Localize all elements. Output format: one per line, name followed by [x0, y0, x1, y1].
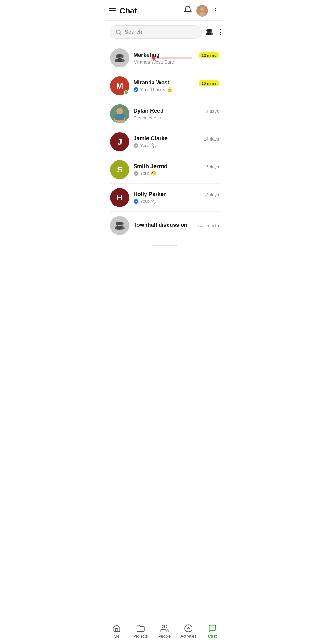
check-icon [134, 171, 139, 176]
svg-point-31 [117, 226, 122, 230]
chat-preview: You: Thanks 👍 [134, 87, 219, 92]
nav-label-people: People [158, 634, 171, 638]
chat-item[interactable]: S Smith Jerrod 15 days You: 😁 [105, 156, 224, 183]
nav-item-activities[interactable]: Activities [179, 624, 198, 638]
chat-preview: You: 📎 [134, 143, 219, 148]
nav-item-me[interactable]: Me [107, 624, 126, 638]
chat-content: Townhall discussion Last month [134, 222, 219, 229]
search-bar-container: ⋮ [105, 21, 224, 42]
chat-preview: Please check [134, 115, 219, 120]
chat-content: Miranda West 15 mins You: Thanks 👍 [134, 79, 219, 92]
chat-item[interactable]: Dylan Reed 14 days Please check [105, 100, 224, 128]
chat-preview: You: 📎 [134, 199, 219, 204]
home-icon [112, 624, 121, 633]
avatar: S [110, 160, 129, 179]
nav-label-activities: Activities [180, 634, 196, 638]
svg-point-32 [162, 625, 165, 628]
avatar-letter: H [117, 193, 123, 202]
avatar [110, 216, 129, 235]
chat-content: Smith Jerrod 15 days You: 😁 [134, 163, 219, 176]
chat-item[interactable]: Marketing 12 mins Miranda West: Sure [105, 44, 224, 72]
svg-point-3 [116, 30, 120, 34]
chat-preview: You: 😁 [134, 171, 219, 176]
chat-name: Miranda West [134, 79, 169, 86]
chat-content: Dylan Reed 14 days Please check [134, 108, 219, 120]
chat-name: Smith Jerrod [134, 163, 168, 170]
avatar: M [110, 76, 129, 95]
activities-icon [184, 624, 193, 633]
chat-name: Holly Parker [134, 191, 166, 198]
nav-label-chat: Chat [208, 634, 217, 638]
svg-point-12 [118, 54, 122, 58]
header-left: Chat [109, 6, 137, 16]
nav-item-chat[interactable]: Chat [203, 624, 222, 638]
folder-icon [136, 624, 145, 633]
avatar-letter: M [116, 81, 123, 91]
notifications-button[interactable] [184, 6, 192, 16]
people-icon [160, 624, 169, 633]
chat-time: 12 mins [199, 52, 219, 58]
read-check-icon [134, 87, 139, 92]
chat-name: Jamie Clarke [134, 135, 168, 142]
header-right: ⋮ [184, 5, 219, 17]
read-check-icon [134, 199, 139, 204]
search-more-button[interactable]: ⋮ [217, 28, 224, 36]
nav-label-projects: Projects [134, 634, 148, 638]
avatar [110, 104, 129, 123]
avatar: J [110, 132, 129, 151]
nav-label-me: Me [114, 634, 119, 638]
online-indicator [124, 90, 128, 94]
app-header: Chat ⋮ [105, 0, 224, 21]
svg-point-1 [200, 7, 204, 11]
chat-time: 18 days [204, 192, 219, 197]
chat-name: Dylan Reed [134, 108, 164, 114]
chat-time: 15 days [204, 164, 219, 169]
chat-name: Townhall discussion [134, 222, 188, 228]
bottom-navigation: Me Projects People Activities Chat [105, 621, 224, 644]
page-title: Chat [119, 6, 137, 16]
nav-item-people[interactable]: People [155, 624, 174, 638]
chat-preview: Miranda West: Sure [134, 59, 219, 64]
avatar [110, 48, 129, 67]
chat-list: Marketing 12 mins Miranda West: Sure M M… [105, 42, 224, 242]
chat-time: 14 days [204, 137, 219, 141]
chat-item[interactable]: M Miranda West 15 mins You: Thanks 👍 [105, 72, 224, 100]
chat-name: Marketing [134, 52, 160, 58]
user-avatar[interactable] [196, 5, 208, 17]
chat-icon [208, 624, 217, 633]
nav-item-projects[interactable]: Projects [131, 624, 150, 638]
svg-point-28 [118, 222, 122, 225]
svg-point-20 [116, 108, 123, 114]
svg-point-15 [117, 58, 122, 62]
search-bar[interactable] [110, 25, 202, 39]
chat-item[interactable]: J Jamie Clarke 14 days You: 📎 [105, 128, 224, 156]
chat-item[interactable]: H Holly Parker 18 days You: 📎 [105, 184, 224, 211]
svg-rect-22 [115, 114, 124, 120]
check-icon [134, 143, 139, 148]
chat-time: Last month [198, 223, 219, 228]
group-icon-button[interactable] [205, 28, 214, 37]
header-more-button[interactable]: ⋮ [212, 7, 219, 15]
search-input[interactable] [125, 29, 196, 35]
chat-time: 14 days [204, 109, 219, 114]
avatar: H [110, 188, 129, 207]
svg-point-6 [208, 29, 211, 32]
chat-content: Jamie Clarke 14 days You: 📎 [134, 135, 219, 148]
chat-item[interactable]: Townhall discussion Last month [105, 212, 224, 239]
chat-content: Marketing 12 mins Miranda West: Sure [134, 52, 219, 64]
hamburger-menu-button[interactable] [109, 8, 116, 13]
chat-time: 15 mins [199, 80, 219, 86]
search-icon [115, 29, 122, 35]
avatar-letter: J [117, 137, 122, 147]
avatar-letter: S [117, 165, 123, 175]
chat-content: Holly Parker 18 days You: 📎 [134, 191, 219, 204]
